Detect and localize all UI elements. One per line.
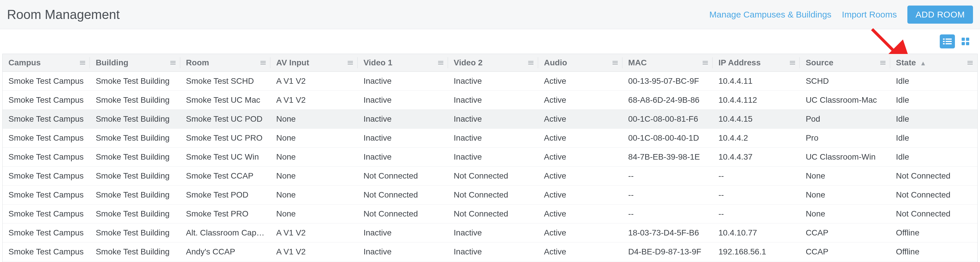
cell-av: A V1 V2 [270, 91, 358, 110]
column-menu-icon[interactable] [612, 61, 618, 64]
cell-v2: Not Connected [448, 185, 538, 204]
cell-room: Smoke Test UC Mac [180, 91, 270, 110]
table-row[interactable]: Smoke Test CampusSmoke Test BuildingSmok… [3, 72, 977, 91]
import-rooms-link[interactable]: Import Rooms [842, 10, 897, 19]
cell-room: Smoke Test UC PRO [180, 129, 270, 148]
cell-audio: Active [538, 185, 622, 204]
svg-rect-4 [946, 41, 952, 42]
col-header-mac[interactable]: MAC [622, 54, 713, 72]
cell-state: Idle [890, 129, 977, 148]
col-header-label: MAC [628, 58, 647, 67]
table-row[interactable]: Smoke Test CampusSmoke Test BuildingSmok… [3, 129, 977, 148]
column-menu-icon[interactable] [790, 61, 795, 64]
cell-audio: Active [538, 166, 622, 185]
cell-av: A V1 V2 [270, 224, 358, 243]
cell-mac: -- [622, 204, 713, 224]
col-header-av-input[interactable]: AV Input [270, 54, 358, 72]
cell-state: Idle [890, 91, 977, 110]
add-room-button[interactable]: ADD ROOM [907, 6, 973, 24]
cell-state: Not Connected [890, 185, 977, 204]
column-menu-icon[interactable] [170, 61, 176, 64]
svg-rect-9 [962, 42, 965, 45]
cell-room: Alt. Classroom Capt... [180, 224, 270, 243]
col-header-label: Audio [544, 58, 567, 67]
cell-campus: Smoke Test Campus [3, 204, 90, 224]
column-menu-icon[interactable] [880, 61, 886, 64]
cell-building: Smoke Test Building [90, 91, 180, 110]
cell-source: UC Classroom-Mac [800, 91, 890, 110]
cell-room: Smoke Test CCAP [180, 166, 270, 185]
col-header-video2[interactable]: Video 2 [448, 54, 538, 72]
column-menu-icon[interactable] [261, 61, 266, 64]
list-view-toggle[interactable] [940, 34, 955, 48]
cell-v1: Inactive [358, 224, 448, 243]
column-menu-icon[interactable] [438, 61, 443, 64]
svg-rect-2 [946, 38, 952, 40]
column-menu-icon[interactable] [528, 61, 533, 64]
cell-mac: 84-7B-EB-39-98-1E [622, 148, 713, 166]
col-header-label: Source [806, 58, 833, 67]
table-row[interactable]: Smoke Test CampusSmoke Test BuildingAlt.… [3, 224, 977, 243]
rooms-table: Campus Building Room AV Input Video 1 [3, 54, 977, 262]
col-header-label: Video 2 [454, 58, 483, 67]
column-menu-icon[interactable] [967, 61, 973, 64]
cell-state: Idle [890, 72, 977, 91]
cell-campus: Smoke Test Campus [3, 110, 90, 129]
col-header-video1[interactable]: Video 1 [358, 54, 448, 72]
col-header-label: State [896, 58, 916, 67]
col-header-ip[interactable]: IP Address [713, 54, 800, 72]
cell-building: Smoke Test Building [90, 72, 180, 91]
cell-v1: Inactive [358, 129, 448, 148]
cell-ip: 10.4.10.77 [713, 224, 800, 243]
table-row[interactable]: Smoke Test CampusSmoke Test BuildingAndy… [3, 243, 977, 261]
cell-campus: Smoke Test Campus [3, 166, 90, 185]
column-menu-icon[interactable] [80, 61, 85, 64]
cell-building: Smoke Test Building [90, 185, 180, 204]
cell-source: CCAP [800, 243, 890, 261]
cell-mac: 00-1C-08-00-81-F6 [622, 110, 713, 129]
cell-mac: -- [622, 166, 713, 185]
cell-campus: Smoke Test Campus [3, 148, 90, 166]
table-row[interactable]: Smoke Test CampusSmoke Test BuildingSmok… [3, 148, 977, 166]
cell-campus: Smoke Test Campus [3, 224, 90, 243]
col-header-label: Campus [8, 58, 41, 67]
cell-ip: 10.4.4.112 [713, 91, 800, 110]
cell-v2: Inactive [448, 224, 538, 243]
svg-rect-8 [966, 38, 969, 41]
cell-source: CCAP [800, 224, 890, 243]
svg-rect-1 [943, 38, 945, 40]
cell-state: Not Connected [890, 166, 977, 185]
table-row[interactable]: Smoke Test CampusSmoke Test BuildingSmok… [3, 110, 977, 129]
table-row[interactable]: Smoke Test CampusSmoke Test BuildingSmok… [3, 185, 977, 204]
cell-room: Smoke Test SCHD [180, 72, 270, 91]
cell-building: Smoke Test Building [90, 110, 180, 129]
manage-campuses-link[interactable]: Manage Campuses & Buildings [710, 10, 832, 19]
col-header-source[interactable]: Source [800, 54, 890, 72]
col-header-building[interactable]: Building [90, 54, 180, 72]
cell-source: Pro [800, 129, 890, 148]
cell-building: Smoke Test Building [90, 243, 180, 261]
table-row[interactable]: Smoke Test CampusSmoke Test BuildingSmok… [3, 91, 977, 110]
cell-v1: Not Connected [358, 185, 448, 204]
cell-source: SCHD [800, 72, 890, 91]
svg-rect-6 [946, 43, 952, 44]
cell-av: None [270, 110, 358, 129]
table-row[interactable]: Smoke Test CampusSmoke Test BuildingSmok… [3, 204, 977, 224]
table-row[interactable]: Smoke Test CampusSmoke Test BuildingSmok… [3, 166, 977, 185]
col-header-audio[interactable]: Audio [538, 54, 622, 72]
col-header-state[interactable]: State ▲ [890, 54, 977, 72]
cell-state: Idle [890, 148, 977, 166]
grid-view-toggle[interactable] [958, 34, 973, 48]
cell-av: A V1 V2 [270, 243, 358, 261]
column-menu-icon[interactable] [703, 61, 708, 64]
cell-mac: 68-A8-6D-24-9B-86 [622, 91, 713, 110]
col-header-campus[interactable]: Campus [3, 54, 90, 72]
col-header-label: Room [186, 58, 209, 67]
column-menu-icon[interactable] [348, 61, 353, 64]
col-header-room[interactable]: Room [180, 54, 270, 72]
cell-room: Smoke Test POD [180, 185, 270, 204]
col-header-label: Video 1 [363, 58, 392, 67]
cell-ip: -- [713, 166, 800, 185]
cell-v1: Inactive [358, 91, 448, 110]
cell-mac: -- [622, 185, 713, 204]
